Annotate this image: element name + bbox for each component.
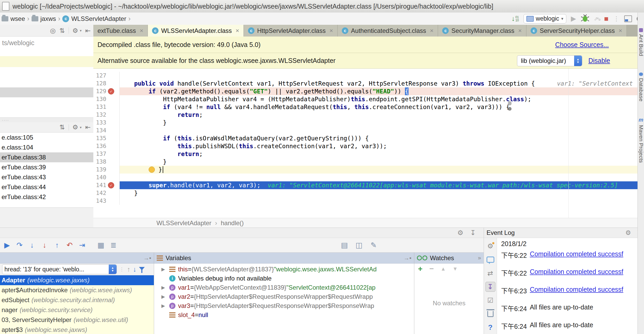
collapse-all-icon[interactable]: ⇅ — [59, 123, 65, 131]
mute-breakpoints-icon[interactable]: ◫ — [354, 240, 364, 251]
variable-row[interactable]: ▶this = {WLSServletAdapter@11837} "weblo… — [154, 265, 414, 274]
scroll-to-source-icon[interactable]: ◎ — [50, 27, 56, 34]
expand-arrow-icon[interactable]: ▶ — [161, 266, 169, 272]
frame-row[interactable]: edSubject(weblogic.security.acl.internal… — [0, 295, 154, 305]
stack-entry[interactable]: e.class:105 — [0, 133, 93, 142]
run-button[interactable]: ▶ — [571, 15, 576, 23]
gutter[interactable]: 139 — [93, 166, 120, 174]
variable-row[interactable]: ▶var3 = {HttpServletAdapter$RequestRespo… — [154, 301, 414, 310]
next-frame-icon[interactable]: ↓ — [133, 265, 136, 273]
editor-tab[interactable]: extTube.class✕ — [93, 25, 148, 37]
gutter[interactable]: 132 — [93, 111, 120, 119]
changes-icon[interactable]: ⇄ — [485, 268, 495, 278]
variable-row[interactable]: ▶var1 = {WebAppServletContext@11839} "Se… — [154, 283, 414, 292]
variable-row[interactable]: slot_4 = null — [154, 310, 414, 319]
move-up-icon[interactable]: ▲ — [441, 266, 446, 272]
show-execution-point-icon[interactable]: ▶ — [2, 240, 13, 251]
editor-tab[interactable]: cAuthenticatedSubject.class✕ — [338, 25, 438, 37]
force-step-into-icon[interactable]: ↓ — [39, 240, 50, 251]
layout-icon[interactable]: ▤ — [339, 240, 350, 251]
gutter[interactable]: 141✓ — [93, 181, 120, 189]
hide-panel-icon[interactable]: ⇤ — [85, 27, 91, 34]
frame-row[interactable]: nager(weblogic.security.service) — [0, 305, 154, 315]
edit-icon[interactable]: ✎ — [368, 240, 379, 251]
run-to-cursor-icon[interactable]: ⇥ — [77, 240, 88, 251]
restore-layout-icon[interactable]: ↧ — [470, 229, 476, 237]
toolwindow-button-maven-projects[interactable]: mMaven Projects — [638, 117, 644, 163]
pin-icon[interactable]: →▪ — [143, 255, 151, 261]
gear-icon[interactable]: ⚙ — [457, 229, 463, 237]
close-icon[interactable]: ✕ — [139, 28, 143, 34]
stack-entry[interactable]: erTube.class:43 — [0, 172, 93, 182]
tasks-icon[interactable]: ☑ — [485, 295, 495, 305]
feedback-bubble-icon[interactable] — [485, 255, 495, 265]
breadcrumb-method[interactable]: handle() — [221, 219, 244, 227]
variable-row[interactable]: Variables debug info not available — [154, 274, 414, 283]
thread-combobox[interactable]: hread: '13' for queue: 'weblo... ▲▼ — [2, 264, 117, 274]
trash-icon[interactable] — [485, 309, 495, 319]
event-link[interactable]: Compilation completed successf — [530, 250, 623, 258]
close-icon[interactable]: ✕ — [329, 28, 333, 34]
gutter[interactable]: 127 — [93, 72, 120, 80]
incoming-changes-icon[interactable]: ↓ 0110 — [512, 15, 519, 23]
gutter[interactable]: 138 — [93, 158, 120, 166]
highlighted-row[interactable] — [0, 56, 93, 67]
breakpoint-icon[interactable]: ✓ — [108, 182, 114, 188]
choose-sources-link[interactable]: Choose Sources... — [555, 41, 609, 49]
frame-row[interactable]: apter$AuthorizedInvoke(weblogic.wsee.jax… — [0, 285, 154, 295]
gutter[interactable]: 137 — [93, 150, 120, 158]
gutter[interactable]: 129✓ — [93, 87, 120, 95]
frame-row[interactable]: 03, ServerSecurityHelper(weblogic.wsee.u… — [0, 315, 154, 325]
stack-entry[interactable]: erTube.class:39 — [0, 162, 93, 172]
gear-icon[interactable]: ⚙ — [72, 27, 78, 34]
close-icon[interactable]: ✕ — [518, 28, 522, 34]
frame-row[interactable]: apter$3(weblogic.wsee.jaxws) — [0, 325, 154, 334]
gutter[interactable]: 142 — [93, 189, 120, 197]
toolwindow-button-ant-build[interactable]: Ant Build — [638, 28, 644, 56]
expand-arrow-icon[interactable]: ▶ — [161, 285, 169, 290]
gutter[interactable]: 128 — [93, 80, 120, 87]
close-icon[interactable]: ✕ — [235, 28, 239, 34]
editor-tab[interactable]: cWLSServletAdapter.class✕ — [148, 25, 244, 37]
gutter[interactable]: 143 — [93, 197, 120, 205]
breadcrumb-item[interactable]: cWLSServletAdapter — [62, 15, 126, 22]
breadcrumb-class[interactable]: WLSServletAdapter — [156, 219, 211, 227]
gutter[interactable]: 134 — [93, 127, 120, 134]
gutter[interactable]: 136 — [93, 142, 120, 150]
gutter[interactable]: 131 — [93, 103, 120, 111]
gear-icon[interactable]: ⚙ — [72, 123, 78, 131]
event-link[interactable]: Compilation completed successf — [530, 286, 623, 293]
collapse-all-icon[interactable]: ⇅ — [59, 27, 65, 34]
expand-arrow-icon[interactable]: ▶ — [161, 294, 169, 300]
stack-entry[interactable]: erTube.class:38 — [0, 152, 93, 162]
evaluate-expression-icon[interactable]: ▦ — [95, 240, 106, 251]
close-icon[interactable]: ✕ — [430, 28, 434, 34]
breakpoint-icon[interactable]: ✓ — [108, 88, 114, 94]
editor-tab[interactable]: cSecurityManager.class✕ — [438, 25, 526, 37]
breadcrumb-item[interactable]: jaxws — [32, 15, 56, 22]
gutter[interactable]: 133 — [93, 119, 120, 127]
selected-row[interactable] — [0, 87, 93, 97]
setup-icon[interactable]: ⚙ — [485, 241, 495, 251]
variable-row[interactable]: ▶var2 = {HttpServletAdapter$RequestRespo… — [154, 292, 414, 301]
code-editor[interactable]: 127128public void handle(ServletContext … — [93, 69, 637, 218]
breadcrumb-item[interactable]: wsee — [2, 15, 25, 22]
filter-frames-icon[interactable] — [139, 267, 145, 270]
help-icon[interactable]: ? — [485, 323, 495, 332]
expand-arrow-icon[interactable]: ▶ — [161, 303, 169, 309]
step-over-icon[interactable]: ↷ — [14, 240, 25, 251]
panel-splitter[interactable]: ∙∙∙∙ — [0, 117, 93, 122]
run-with-coverage-button[interactable]: ⇗⇘ — [594, 16, 600, 22]
stack-entry[interactable]: erTube.class:42 — [0, 192, 93, 202]
toolwindow-button-database[interactable]: Database — [638, 73, 644, 102]
run-configuration-select[interactable]: weblogic ▾ — [524, 14, 566, 23]
alternative-source-select[interactable]: lib (weblogic.jar) ▲▼ — [517, 55, 582, 66]
gear-icon[interactable]: ⚙ — [625, 229, 631, 236]
toolwindow-layout-icon[interactable] — [624, 15, 632, 22]
import-icon[interactable]: ↧ — [485, 282, 495, 292]
gutter[interactable]: 130 — [93, 95, 120, 103]
quick-evaluate-icon[interactable]: ≣ — [108, 240, 119, 251]
editor-tab[interactable]: cServerSecurityHelper.class✕ — [526, 25, 627, 37]
stop-button[interactable]: ■ — [604, 15, 609, 23]
move-down-icon[interactable]: ▼ — [453, 266, 458, 272]
